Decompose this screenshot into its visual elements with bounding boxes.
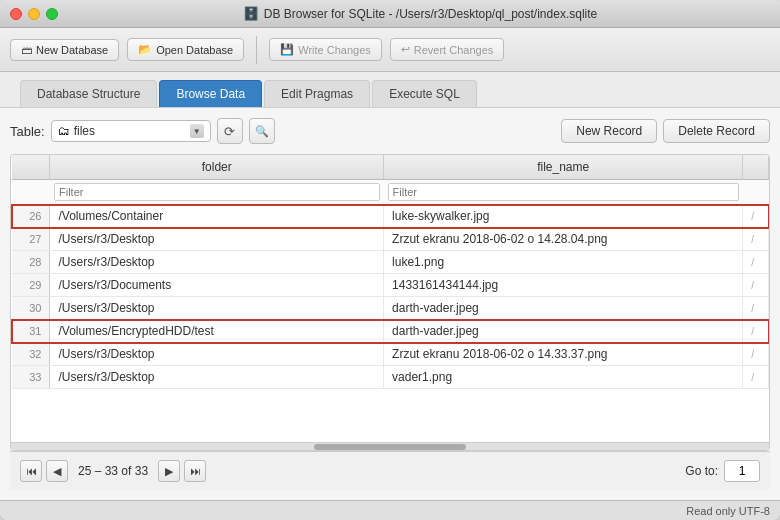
new-db-icon: 🗃: [21, 44, 32, 56]
cell-filename: 1433161434144.jpg: [384, 274, 743, 297]
data-table-container: folder file_name: [10, 154, 770, 451]
cell-folder: /Users/r3/Desktop: [50, 228, 384, 251]
refresh-icon: ⟳: [224, 124, 235, 139]
table-row[interactable]: 27/Users/r3/DesktopZrzut ekranu 2018-06-…: [12, 228, 769, 251]
cell-folder: /Volumes/Container: [50, 205, 384, 228]
filter-rownum: [12, 180, 50, 205]
cell-extra: /: [743, 274, 769, 297]
table-selector-area: Table: 🗂 files ▼ ⟳ 🔍: [10, 118, 275, 144]
table-row[interactable]: 32/Users/r3/DesktopZrzut ekranu 2018-06-…: [12, 343, 769, 366]
cell-folder: /Users/r3/Desktop: [50, 297, 384, 320]
cell-extra: /: [743, 366, 769, 389]
cell-extra: /: [743, 343, 769, 366]
table-row[interactable]: 28/Users/r3/Desktopluke1.png/: [12, 251, 769, 274]
cell-rownum: 26: [12, 205, 50, 228]
close-button[interactable]: [10, 8, 22, 20]
cell-folder: /Users/r3/Desktop: [50, 343, 384, 366]
filter-folder-cell: [50, 180, 384, 205]
cell-folder: /Users/r3/Desktop: [50, 366, 384, 389]
table-row[interactable]: 26/Volumes/Containerluke-skywalker.jpg/: [12, 205, 769, 228]
tab-edit-pragmas[interactable]: Edit Pragmas: [264, 80, 370, 107]
goto-input[interactable]: [724, 460, 760, 482]
col-header-rownum: [12, 155, 50, 180]
cell-filename: darth-vader.jpeg: [384, 320, 743, 343]
minimize-button[interactable]: [28, 8, 40, 20]
tab-browse-data[interactable]: Browse Data: [159, 80, 262, 107]
pagination: ⏮ ◀ 25 – 33 of 33 ▶ ⏭ Go to:: [10, 451, 770, 490]
cell-filename: Zrzut ekranu 2018-06-02 o 14.33.37.png: [384, 343, 743, 366]
cell-filename: Zrzut ekranu 2018-06-02 o 14.28.04.png: [384, 228, 743, 251]
filter-icon: 🔍: [255, 125, 269, 138]
cell-extra: /: [743, 297, 769, 320]
table-body: 26/Volumes/Containerluke-skywalker.jpg/2…: [12, 205, 769, 389]
col-header-folder: folder: [50, 155, 384, 180]
tab-execute-sql[interactable]: Execute SQL: [372, 80, 477, 107]
filter-folder-input[interactable]: [54, 183, 380, 201]
table-label: Table:: [10, 124, 45, 139]
delete-record-button[interactable]: Delete Record: [663, 119, 770, 143]
record-actions: New Record Delete Record: [561, 119, 770, 143]
next-page-button[interactable]: ▶: [158, 460, 180, 482]
table-select-arrow[interactable]: ▼: [190, 124, 204, 138]
cell-extra: /: [743, 320, 769, 343]
table-scroll[interactable]: folder file_name: [11, 155, 769, 442]
goto-label: Go to:: [685, 464, 718, 478]
table-controls: Table: 🗂 files ▼ ⟳ 🔍 New Record Delete R…: [10, 118, 770, 144]
table-row[interactable]: 29/Users/r3/Documents1433161434144.jpg/: [12, 274, 769, 297]
table-select[interactable]: 🗂 files ▼: [51, 120, 211, 142]
cell-rownum: 27: [12, 228, 50, 251]
toolbar-separator: [256, 36, 257, 64]
cell-rownum: 32: [12, 343, 50, 366]
cell-rownum: 31: [12, 320, 50, 343]
filter-button[interactable]: 🔍: [249, 118, 275, 144]
filter-filename-input[interactable]: [388, 183, 739, 201]
cell-rownum: 28: [12, 251, 50, 274]
revert-changes-button[interactable]: ↩ Revert Changes: [390, 38, 505, 61]
tab-database-structure[interactable]: Database Structure: [20, 80, 157, 107]
goto-area: Go to:: [685, 460, 760, 482]
last-page-button[interactable]: ⏭: [184, 460, 206, 482]
filter-extra-cell: [743, 180, 769, 205]
table-row[interactable]: 33/Users/r3/Desktopvader1.png/: [12, 366, 769, 389]
write-icon: 💾: [280, 43, 294, 56]
first-page-button[interactable]: ⏮: [20, 460, 42, 482]
horizontal-scrollbar[interactable]: [11, 442, 769, 450]
cell-filename: darth-vader.jpeg: [384, 297, 743, 320]
filter-row: [12, 180, 769, 205]
cell-rownum: 30: [12, 297, 50, 320]
scrollbar-thumb[interactable]: [314, 444, 466, 450]
table-row[interactable]: 30/Users/r3/Desktopdarth-vader.jpeg/: [12, 297, 769, 320]
table-icon: 🗂: [58, 124, 70, 138]
data-table: folder file_name: [11, 155, 769, 389]
cell-rownum: 29: [12, 274, 50, 297]
prev-page-button[interactable]: ◀: [46, 460, 68, 482]
table-select-value: files: [74, 124, 186, 138]
cell-extra: /: [743, 251, 769, 274]
open-db-icon: 📂: [138, 43, 152, 56]
page-buttons: ⏮ ◀ 25 – 33 of 33 ▶ ⏭: [20, 460, 206, 482]
page-info: 25 – 33 of 33: [78, 464, 148, 478]
cell-filename: luke1.png: [384, 251, 743, 274]
cell-extra: /: [743, 228, 769, 251]
table-row[interactable]: 31/Volumes/EncryptedHDD/testdarth-vader.…: [12, 320, 769, 343]
cell-extra: /: [743, 205, 769, 228]
toolbar: 🗃 New Database 📂 Open Database 💾 Write C…: [0, 28, 780, 72]
open-database-button[interactable]: 📂 Open Database: [127, 38, 244, 61]
cell-folder: /Volumes/EncryptedHDD/test: [50, 320, 384, 343]
traffic-lights: [10, 8, 58, 20]
cell-filename: vader1.png: [384, 366, 743, 389]
cell-folder: /Users/r3/Desktop: [50, 251, 384, 274]
refresh-button[interactable]: ⟳: [217, 118, 243, 144]
maximize-button[interactable]: [46, 8, 58, 20]
write-changes-button[interactable]: 💾 Write Changes: [269, 38, 382, 61]
status-bar: Read only UTF-8: [0, 500, 780, 520]
new-record-button[interactable]: New Record: [561, 119, 657, 143]
new-database-button[interactable]: 🗃 New Database: [10, 39, 119, 61]
cell-rownum: 33: [12, 366, 50, 389]
window-title: 🗄️ DB Browser for SQLite - /Users/r3/Des…: [70, 6, 770, 21]
col-header-extra: [743, 155, 769, 180]
title-bar: 🗄️ DB Browser for SQLite - /Users/r3/Des…: [0, 0, 780, 28]
table-header: folder file_name: [12, 155, 769, 205]
content-area: Table: 🗂 files ▼ ⟳ 🔍 New Record Delete R…: [0, 108, 780, 500]
tabs-bar: Database Structure Browse Data Edit Prag…: [0, 72, 780, 108]
